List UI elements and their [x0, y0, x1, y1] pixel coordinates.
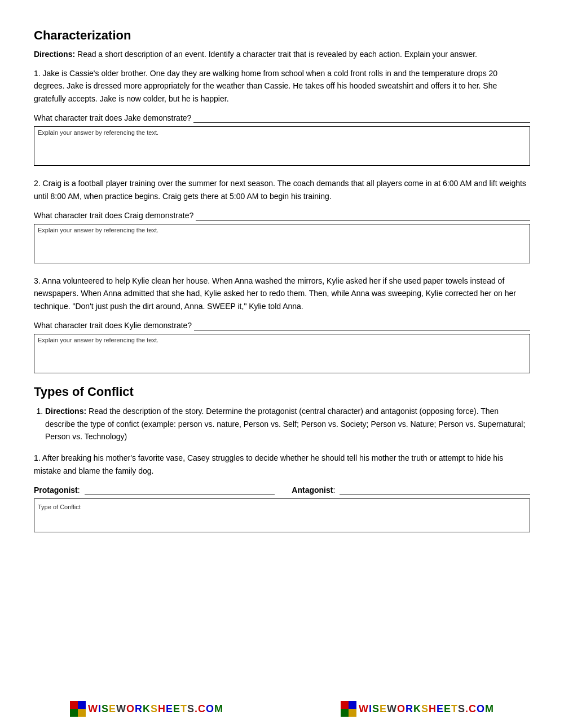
- story-1-text: 1. Jake is Cassie's older brother. One d…: [34, 67, 530, 105]
- story-3-text: 3. Anna volunteered to help Kylie clean …: [34, 275, 530, 312]
- antagonist-label: Antagonist: [292, 486, 333, 495]
- svg-rect-6: [341, 709, 349, 717]
- conflict-directions-list: Directions: Read the description of the …: [34, 405, 530, 443]
- story-3-number: 3.: [34, 276, 42, 285]
- svg-rect-2: [70, 709, 78, 717]
- story-1-box-label: Explain your answer by referencing the t…: [38, 129, 158, 136]
- story-1-number: 1.: [34, 69, 43, 78]
- story-2-answer-box[interactable]: Explain your answer by referencing the t…: [34, 224, 530, 263]
- footer-text-right: WISEWORKSHEETS.COM: [359, 703, 494, 715]
- story-1: 1. Jake is Cassie's older brother. One d…: [34, 67, 530, 166]
- conflict-title: Types of Conflict: [34, 385, 530, 399]
- story-2-question: What character trait does Craig demonstr…: [34, 211, 193, 220]
- protagonist-label: Protagonist: [34, 486, 78, 495]
- svg-rect-5: [349, 701, 356, 709]
- story-3-box-label: Explain your answer by referencing the t…: [38, 337, 158, 343]
- footer-icon-left: [70, 701, 86, 717]
- conflict-box-label: Type of Conflict: [38, 504, 81, 510]
- story-2-text: 2. Craig is a football player training o…: [34, 177, 530, 202]
- directions-text: Read a short description of an event. Id…: [77, 50, 477, 59]
- svg-rect-4: [341, 701, 349, 709]
- svg-rect-1: [78, 701, 86, 709]
- conflict-story-1-text: 1. After breaking his mother's favorite …: [34, 452, 530, 477]
- directions-label: Directions:: [34, 50, 75, 59]
- characterization-directions: Directions: Read a short description of …: [34, 48, 530, 60]
- story-1-answer-line: [193, 113, 530, 123]
- story-3-answer-box[interactable]: Explain your answer by referencing the t…: [34, 334, 530, 373]
- story-1-question-line: What character trait does Jake demonstra…: [34, 113, 530, 123]
- footer-text-left: WISEWORKSHEETS.COM: [88, 703, 223, 715]
- svg-rect-3: [78, 709, 86, 717]
- footer-brand-right: WISEWORKSHEETS.COM: [341, 701, 494, 717]
- protagonist-answer-line: [85, 485, 275, 495]
- story-1-answer-box[interactable]: Explain your answer by referencing the t…: [34, 126, 530, 166]
- story-2-box-label: Explain your answer by referencing the t…: [38, 227, 158, 233]
- footer-brand-left: WISEWORKSHEETS.COM: [70, 701, 223, 717]
- conflict-directions-item: Directions: Read the description of the …: [45, 405, 530, 443]
- story-3-question: What character trait does Kylie demonstr…: [34, 321, 192, 330]
- conflict-directions-label: Directions:: [45, 407, 86, 416]
- conflict-directions-text: Read the description of the story. Deter…: [45, 407, 525, 441]
- story-2-answer-line: [196, 210, 530, 220]
- story-3-question-line: What character trait does Kylie demonstr…: [34, 320, 530, 330]
- story-1-question: What character trait does Jake demonstra…: [34, 113, 191, 122]
- antagonist-answer-line: [340, 485, 530, 495]
- story-3: 3. Anna volunteered to help Kylie clean …: [34, 275, 530, 373]
- protagonist-antagonist-row: Protagonist: Antagonist:: [34, 485, 530, 495]
- story-2-number: 2.: [34, 179, 43, 188]
- footer-icon-right: [341, 701, 356, 717]
- svg-rect-0: [70, 701, 78, 709]
- page-footer: WISEWORKSHEETS.COM WISEWORKSHEETS.COM: [0, 701, 564, 717]
- conflict-story-1: 1. After breaking his mother's favorite …: [34, 452, 530, 532]
- story-3-answer-line: [194, 320, 530, 330]
- conflict-story-1-number: 1.: [34, 453, 42, 462]
- story-2-question-line: What character trait does Craig demonstr…: [34, 210, 530, 220]
- story-2: 2. Craig is a football player training o…: [34, 177, 530, 263]
- worksheet-page: Characterization Directions: Read a shor…: [0, 0, 564, 728]
- svg-rect-7: [349, 709, 356, 717]
- conflict-type-box[interactable]: Type of Conflict: [34, 498, 530, 532]
- characterization-title: Characterization: [34, 28, 530, 43]
